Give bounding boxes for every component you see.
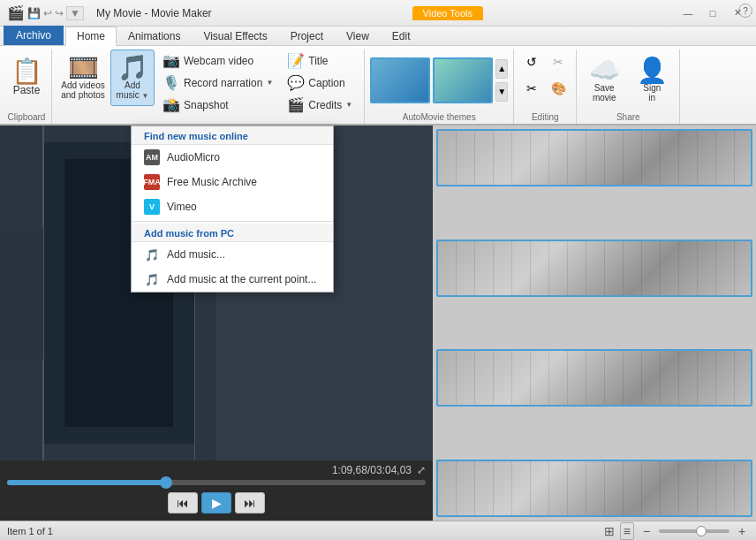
title-icon: 📝: [287, 52, 305, 69]
add-music-button[interactable]: 🎵 Addmusic ▼: [110, 49, 155, 106]
rotate-left-button[interactable]: ↺: [519, 49, 544, 74]
editing-buttons: ↺ ✂ ✂ 🎨: [519, 49, 571, 110]
timeline-icon[interactable]: ≡: [620, 522, 634, 540]
film-strip-1-content: [438, 131, 751, 185]
title-button[interactable]: 📝 Title: [281, 49, 359, 72]
film-strip-4-content: [438, 461, 751, 515]
add-music-item[interactable]: 🎵 Add music...: [132, 242, 333, 267]
credits-dropdown-arrow: ▼: [345, 101, 352, 109]
maximize-button[interactable]: □: [701, 5, 724, 21]
film-strip-3-content: [438, 351, 751, 405]
share-label: Share: [582, 110, 674, 122]
paste-button[interactable]: 📋 Paste: [7, 49, 46, 106]
credits-icon: 🎬: [287, 96, 305, 113]
caption-icon: 💬: [287, 74, 305, 91]
spacer-2: [436, 299, 752, 348]
audiomicro-item[interactable]: AM AudioMicro: [132, 145, 333, 170]
webcam-icon: 📷: [163, 52, 180, 69]
record-narration-label: Record narration: [184, 77, 262, 89]
add-music-at-point-label: Add music at the current point...: [167, 273, 316, 285]
help-button[interactable]: ?: [738, 4, 752, 18]
playback-buttons: ⏮ ▶ ⏭: [7, 489, 426, 517]
home-buttons: 🎞️ Add videos and photos 🎵 Addmusic ▼ 📷 …: [57, 49, 359, 122]
step-forward-button[interactable]: ⏭: [235, 492, 265, 513]
tab-animations[interactable]: Animations: [117, 27, 192, 45]
trim-button[interactable]: ✂: [519, 76, 544, 101]
add-videos-button[interactable]: 🎞️ Add videos and photos: [57, 49, 109, 106]
tab-project[interactable]: Project: [279, 27, 335, 45]
home-group: 🎞️ Add videos and photos 🎵 Addmusic ▼ 📷 …: [54, 49, 365, 124]
add-music-label: Add music...: [167, 248, 225, 261]
tab-visual-effects[interactable]: Visual Effects: [192, 27, 278, 45]
snapshot-button[interactable]: 📸 Snapshot: [156, 94, 279, 116]
tab-archivo[interactable]: Archivo: [4, 26, 64, 45]
video-time-display: 1:09,68/03:04,03 ⤢: [7, 464, 426, 476]
add-music-icon: 🎵: [117, 56, 148, 80]
caption-button[interactable]: 💬 Caption: [281, 72, 359, 94]
zoom-plus-button[interactable]: +: [735, 524, 749, 538]
snapshot-icon: 📸: [163, 96, 180, 113]
save-movie-button[interactable]: ☁️ Save movie: [582, 52, 626, 109]
svg-rect-6: [0, 226, 43, 361]
zoom-handle[interactable]: [696, 526, 707, 536]
credits-button[interactable]: 🎬 Credits ▼: [281, 94, 359, 116]
editing-row-1: ↺ ✂: [519, 49, 571, 74]
effects-button[interactable]: 🎨: [546, 76, 571, 101]
status-item-count: Item 1 of 1: [7, 526, 53, 536]
paste-label: Paste: [13, 84, 41, 96]
theme-1-thumb: [372, 59, 428, 102]
film-strip-2-content: [438, 241, 751, 295]
expand-icon[interactable]: ⤢: [417, 464, 426, 476]
timestamp: 1:09,68/03:04,03: [332, 464, 412, 476]
rewind-button[interactable]: ⏮: [168, 492, 198, 513]
editing-row-2: ✂ 🎨: [519, 76, 571, 101]
audiomicro-icon: AM: [144, 149, 160, 165]
title-bar: 🎬 💾 ↩ ↪ ▼ My Movie - Movie Maker Video T…: [0, 0, 756, 27]
theme-nav-up[interactable]: ▲: [495, 59, 508, 79]
main-content: 1:09,68/03:04,03 ⤢ ⏮ ▶ ⏭: [0, 125, 756, 521]
zoom-minus-button[interactable]: −: [639, 524, 654, 538]
title-bar-icons: 🎬 💾 ↩ ↪ ▼: [7, 4, 84, 21]
theme-1[interactable]: [370, 57, 430, 103]
spacer-3: [436, 408, 752, 458]
theme-nav-down[interactable]: ▼: [495, 82, 508, 102]
tab-home[interactable]: Home: [65, 27, 117, 46]
sign-in-icon: 👤: [637, 58, 668, 83]
film-strip-2[interactable]: [436, 240, 752, 297]
storyboard-icon[interactable]: ⊞: [604, 524, 615, 538]
rotate-right-button[interactable]: ✂: [546, 49, 571, 74]
film-strip-3[interactable]: [436, 349, 752, 407]
theme-2[interactable]: [433, 57, 493, 103]
minimize-button[interactable]: —: [677, 5, 699, 21]
zoom-slider[interactable]: [659, 529, 730, 533]
play-button[interactable]: ▶: [201, 492, 231, 513]
film-strip-1[interactable]: [436, 129, 752, 186]
online-section-header: Find new music online: [132, 126, 333, 145]
add-music-at-point-item[interactable]: 🎵 Add music at the current point...: [132, 267, 333, 292]
automovie-group: ▲ ▼ AutoMovie themes: [367, 49, 514, 124]
record-narration-button[interactable]: 🎙️ Record narration ▼: [156, 72, 279, 94]
save-movie-icon: ☁️: [589, 58, 620, 83]
title-label: Title: [308, 55, 328, 67]
vimeo-item[interactable]: V Vimeo: [132, 194, 333, 219]
app-title: My Movie - Movie Maker: [96, 7, 212, 19]
fma-item[interactable]: FMA Free Music Archive: [132, 170, 333, 194]
share-group: ☁️ Save movie 👤 Sign in Share: [578, 49, 680, 124]
music-note-2-icon: 🎵: [144, 271, 160, 287]
theme-2-thumb: [435, 59, 491, 102]
storyboard[interactable]: [433, 125, 756, 521]
editing-group: ↺ ✂ ✂ 🎨 Editing: [516, 49, 577, 124]
tab-edit[interactable]: Edit: [381, 27, 422, 45]
fma-label: Free Music Archive: [167, 176, 257, 188]
add-videos-icon: 🎞️: [68, 56, 99, 80]
share-icons: ☁️ Save movie 👤 Sign in: [582, 49, 674, 110]
webcam-label: Webcam video: [184, 55, 253, 67]
sign-in-button[interactable]: 👤 Sign in: [630, 52, 674, 109]
webcam-video-button[interactable]: 📷 Webcam video: [156, 49, 279, 72]
film-strip-4[interactable]: [436, 460, 752, 517]
video-progress-bar[interactable]: [7, 480, 426, 485]
paste-icon: 📋: [11, 59, 42, 84]
video-progress-handle[interactable]: [160, 476, 172, 489]
tab-view[interactable]: View: [335, 27, 381, 45]
clipboard-buttons: 📋 Paste: [7, 49, 46, 110]
